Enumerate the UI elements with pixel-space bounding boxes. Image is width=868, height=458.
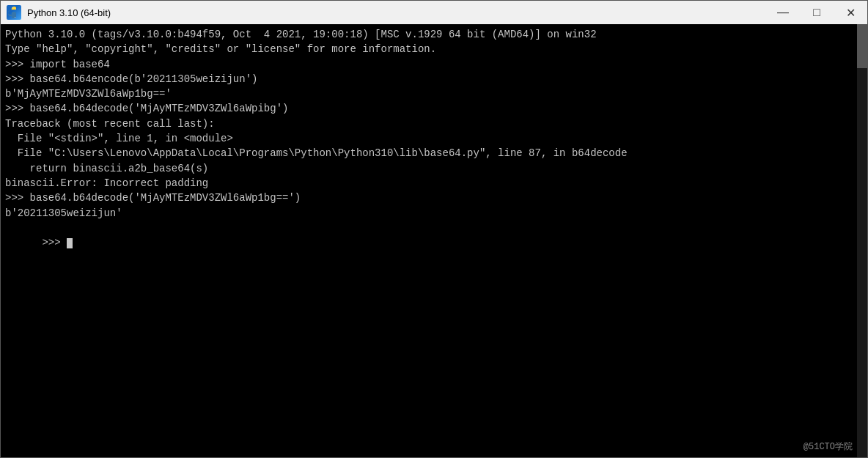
terminal-line-1: Python 3.10.0 (tags/v3.10.0:b494f59, Oct… — [5, 27, 863, 42]
terminal-line-6: >>> base64.b64decode('MjAyMTEzMDV3ZWl6aW… — [5, 101, 863, 116]
python-window: Python 3.10 (64-bit) — □ ✕ Python 3.10.0… — [0, 0, 868, 458]
terminal-line-5: b'MjAyMTEzMDV3ZWl6aWp1bg==' — [5, 86, 863, 101]
close-button[interactable]: ✕ — [834, 1, 867, 24]
maximize-button[interactable]: □ — [800, 1, 834, 24]
terminal-line-4: >>> base64.b64encode(b'20211305weizijun'… — [5, 72, 863, 86]
svg-point-0 — [12, 7, 13, 8]
app-icon — [7, 5, 21, 20]
terminal-line-3: >>> import base64 — [5, 57, 863, 72]
terminal-line-12: >>> base64.b64decode('MjAyMTEzMDV3ZWl6aW… — [5, 191, 863, 205]
terminal-body[interactable]: Python 3.10.0 (tags/v3.10.0:b494f59, Oct… — [1, 24, 867, 457]
minimize-button[interactable]: — — [766, 1, 800, 24]
svg-point-1 — [15, 17, 15, 18]
watermark: @51CTO学院 — [803, 440, 853, 453]
terminal-line-9: File "C:\Users\Lenovo\AppData\Local\Prog… — [5, 146, 863, 160]
terminal-line-14: >>> — [5, 221, 863, 265]
window-controls: — □ ✕ — [766, 1, 867, 24]
title-bar: Python 3.10 (64-bit) — □ ✕ — [1, 1, 867, 24]
scrollbar-thumb[interactable] — [857, 24, 867, 68]
terminal-line-2: Type "help", "copyright", "credits" or "… — [5, 42, 863, 56]
window-title: Python 3.10 (64-bit) — [27, 7, 861, 18]
terminal-line-13: b'20211305weizijun' — [5, 206, 863, 221]
terminal-line-11: binascii.Error: Incorrect padding — [5, 176, 863, 191]
terminal-line-7: Traceback (most recent call last): — [5, 117, 863, 131]
terminal-line-10: return binascii.a2b_base64(s) — [5, 161, 863, 176]
terminal-line-8: File "<stdin>", line 1, in <module> — [5, 131, 863, 146]
scrollbar[interactable] — [857, 24, 867, 457]
cursor-blink — [67, 238, 73, 248]
